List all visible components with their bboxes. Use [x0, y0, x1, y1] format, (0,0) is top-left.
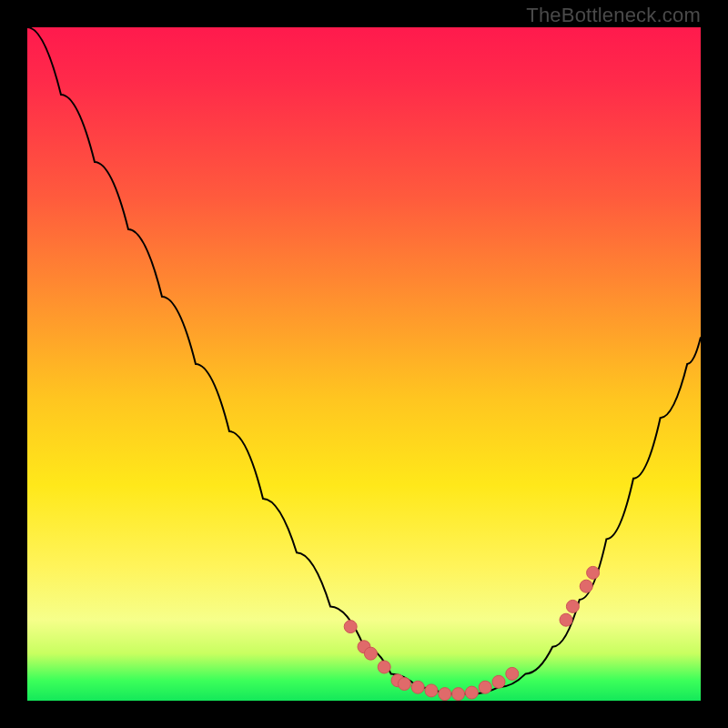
curve-marker	[492, 675, 505, 688]
curve-marker	[411, 681, 424, 693]
curve-marker	[364, 647, 377, 660]
curve-marker	[439, 688, 451, 701]
curve-markers	[344, 566, 599, 700]
curve-marker	[479, 681, 491, 693]
curve-marker	[398, 678, 410, 691]
bottleneck-curve	[27, 27, 701, 694]
watermark-text: TheBottleneck.com	[526, 4, 701, 27]
curve-marker	[452, 688, 465, 701]
curve-marker	[506, 667, 519, 680]
curve-svg	[27, 27, 701, 701]
plot-area	[27, 27, 701, 701]
curve-marker	[587, 566, 600, 579]
curve-marker	[465, 686, 478, 699]
chart-stage: TheBottleneck.com	[0, 0, 728, 728]
curve-marker	[425, 684, 438, 697]
curve-marker	[378, 661, 390, 673]
curve-marker	[344, 621, 357, 633]
curve-marker	[580, 580, 592, 592]
curve-marker	[560, 613, 572, 626]
curve-marker	[566, 600, 579, 612]
